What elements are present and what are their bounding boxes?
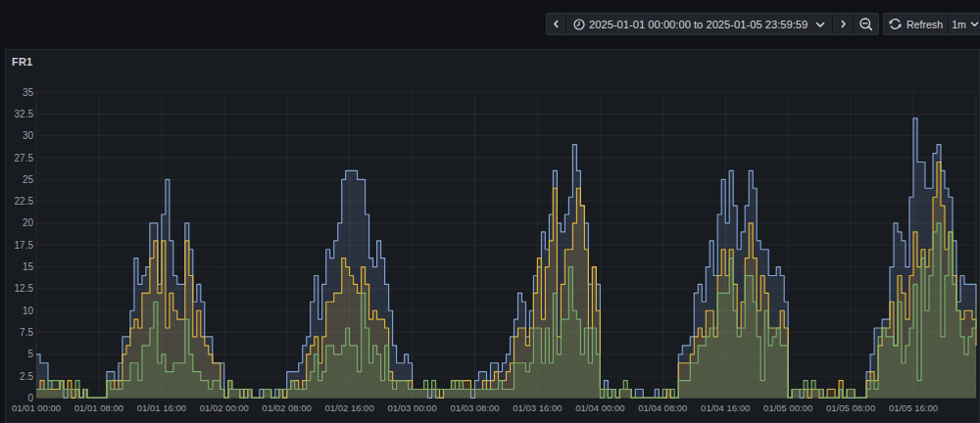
svg-text:2.5: 2.5 [20, 371, 33, 382]
svg-text:25: 25 [23, 174, 34, 185]
svg-text:01/01 08:00: 01/01 08:00 [74, 402, 123, 413]
svg-text:01/03 00:00: 01/03 00:00 [388, 402, 437, 413]
svg-text:01/05 16:00: 01/05 16:00 [889, 402, 938, 413]
svg-text:20: 20 [23, 217, 34, 228]
svg-text:30: 30 [23, 130, 34, 141]
svg-text:01/01 16:00: 01/01 16:00 [137, 402, 186, 413]
svg-text:01/03 08:00: 01/03 08:00 [450, 402, 499, 413]
svg-text:01/02 08:00: 01/02 08:00 [263, 402, 312, 413]
svg-text:10: 10 [23, 306, 34, 316]
svg-text:01/04 00:00: 01/04 00:00 [575, 402, 624, 413]
svg-text:22.5: 22.5 [15, 196, 34, 207]
svg-text:32.5: 32.5 [15, 109, 34, 119]
svg-text:01/02 16:00: 01/02 16:00 [325, 402, 374, 413]
svg-text:7.5: 7.5 [20, 327, 33, 338]
svg-text:35: 35 [23, 87, 34, 98]
svg-text:12.5: 12.5 [15, 283, 34, 294]
svg-text:01/03 16:00: 01/03 16:00 [513, 402, 562, 413]
svg-text:5: 5 [27, 349, 33, 359]
svg-text:27.5: 27.5 [15, 153, 34, 164]
svg-text:01/04 16:00: 01/04 16:00 [701, 402, 750, 413]
svg-text:15: 15 [23, 261, 34, 272]
svg-text:17.5: 17.5 [15, 240, 34, 251]
svg-text:01/01 00:00: 01/01 00:00 [12, 402, 61, 413]
svg-text:01/02 00:00: 01/02 00:00 [200, 402, 249, 413]
svg-text:01/04 08:00: 01/04 08:00 [638, 402, 687, 413]
svg-text:01/05 00:00: 01/05 00:00 [763, 402, 812, 413]
svg-text:01/05 08:00: 01/05 08:00 [826, 402, 875, 413]
